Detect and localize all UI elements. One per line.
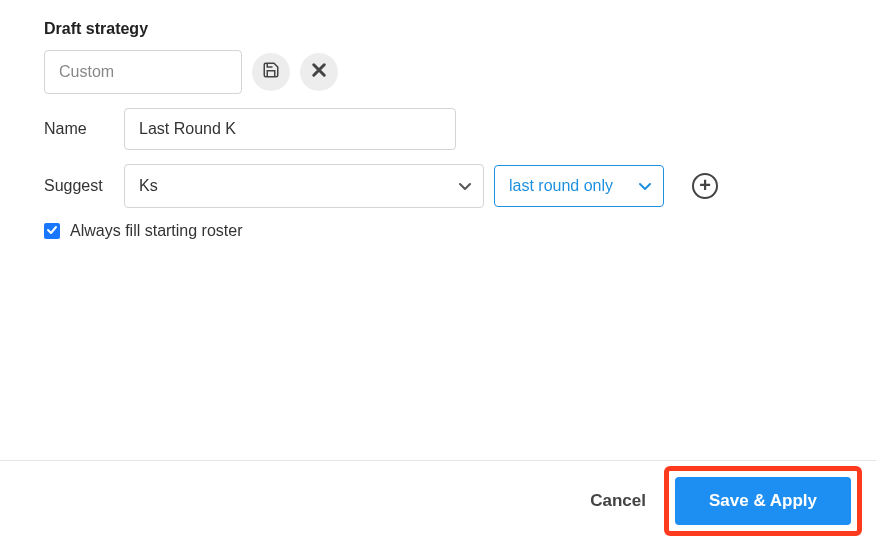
- strategy-select[interactable]: Custom: [44, 50, 242, 94]
- suggest-label: Suggest: [44, 177, 114, 195]
- fill-roster-label: Always fill starting roster: [70, 222, 243, 240]
- save-apply-button[interactable]: Save & Apply: [675, 477, 851, 525]
- plus-icon: +: [699, 175, 711, 195]
- position-select[interactable]: Ks: [124, 164, 484, 208]
- dialog-footer: Cancel Save & Apply: [0, 460, 876, 540]
- cancel-button[interactable]: Cancel: [582, 483, 654, 519]
- timing-value: last round only: [509, 177, 613, 195]
- name-label: Name: [44, 120, 114, 138]
- highlight-annotation: Save & Apply: [664, 466, 862, 536]
- strategy-value: Custom: [59, 63, 114, 81]
- form-title: Draft strategy: [44, 20, 832, 38]
- chevron-down-icon: [639, 179, 651, 194]
- chevron-down-icon: [459, 179, 471, 194]
- checkmark-icon: [46, 222, 58, 240]
- fill-roster-checkbox[interactable]: [44, 223, 60, 239]
- name-input[interactable]: [124, 108, 456, 150]
- position-value: Ks: [139, 177, 158, 195]
- close-icon: [310, 61, 328, 83]
- timing-select[interactable]: last round only: [494, 165, 664, 207]
- floppy-disk-icon: [262, 61, 280, 83]
- delete-icon-button[interactable]: [300, 53, 338, 91]
- save-icon-button[interactable]: [252, 53, 290, 91]
- add-rule-button[interactable]: +: [692, 173, 718, 199]
